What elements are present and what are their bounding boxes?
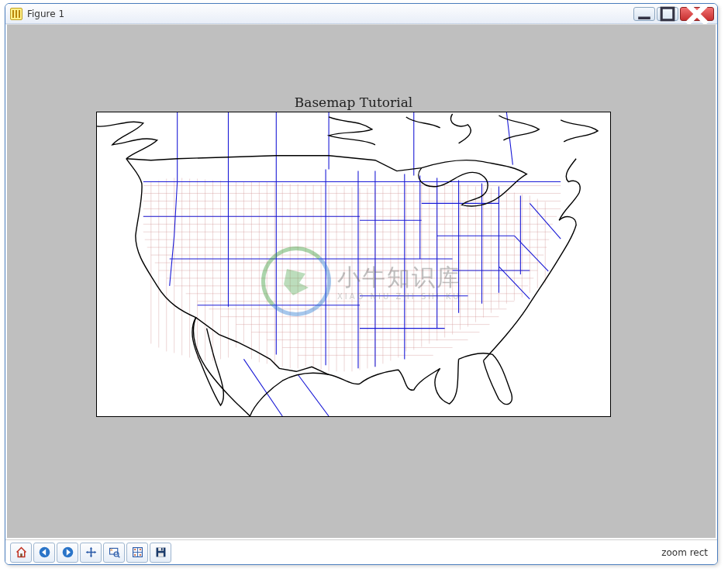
pan-button[interactable] xyxy=(80,543,102,563)
subplots-icon xyxy=(131,546,144,559)
forward-button[interactable] xyxy=(57,543,78,563)
svg-point-11 xyxy=(134,549,136,550)
arrow-left-icon xyxy=(38,546,51,559)
minimize-icon xyxy=(634,4,654,24)
matplotlib-icon xyxy=(10,8,22,20)
counties-layer xyxy=(143,178,561,372)
plot-title: Basemap Tutorial xyxy=(96,95,611,110)
minimize-button[interactable] xyxy=(633,7,655,21)
status-text: zoom rect xyxy=(661,547,712,558)
map-axes xyxy=(96,112,611,417)
zoom-button[interactable] xyxy=(103,543,125,563)
svg-point-14 xyxy=(139,554,140,556)
svg-rect-18 xyxy=(160,548,162,550)
svg-point-13 xyxy=(134,554,136,556)
home-button[interactable] xyxy=(10,543,32,563)
arrow-right-icon xyxy=(61,546,74,559)
canvas-area[interactable]: Basemap Tutorial xyxy=(5,24,717,539)
window-title: Figure 1 xyxy=(27,9,633,19)
back-button[interactable] xyxy=(33,543,55,563)
save-button[interactable] xyxy=(150,543,171,563)
map-svg xyxy=(97,112,610,416)
svg-rect-2 xyxy=(20,553,22,556)
move-icon xyxy=(85,546,98,559)
svg-line-7 xyxy=(118,556,119,557)
maximize-button[interactable] xyxy=(657,7,678,21)
svg-rect-1 xyxy=(661,8,674,20)
maximize-icon xyxy=(657,4,678,24)
svg-rect-17 xyxy=(158,553,164,556)
zoom-rect-icon xyxy=(108,546,121,559)
window-controls xyxy=(633,7,714,21)
titlebar: Figure 1 xyxy=(5,4,717,24)
configure-subplots-button[interactable] xyxy=(126,543,148,563)
svg-rect-16 xyxy=(158,548,164,551)
figure-window: Figure 1 Basemap Tutorial xyxy=(5,3,718,565)
close-button[interactable] xyxy=(680,7,714,21)
home-icon xyxy=(15,546,28,559)
nav-toolbar: zoom rect xyxy=(5,539,717,564)
save-icon xyxy=(154,546,167,559)
coast-layer xyxy=(97,114,598,416)
svg-point-12 xyxy=(139,549,140,550)
